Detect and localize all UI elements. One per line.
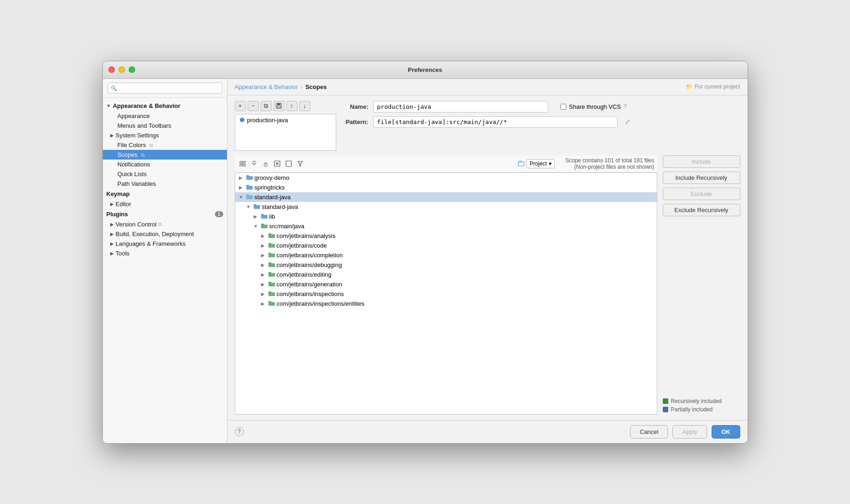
breadcrumb-current: Scopes (305, 83, 327, 90)
tree-flatten-btn[interactable] (238, 159, 248, 168)
tree-node-src-main-java[interactable]: ▼ src/main/java (235, 221, 657, 231)
tree-node-inspections[interactable]: ▶ com/jetbrains/inspections (235, 289, 657, 299)
pattern-input[interactable] (373, 116, 618, 128)
cancel-button[interactable]: Cancel (630, 425, 668, 439)
tree-expand-all-btn[interactable] (249, 159, 259, 168)
legend-partially-included: Partially included (663, 406, 740, 413)
project-dropdown[interactable]: Project ▾ (526, 159, 554, 168)
for-project-link[interactable]: 📁 For current project (686, 83, 740, 90)
sidebar-item-system-settings[interactable]: ▶ System Settings (103, 130, 227, 140)
tree-show-only-included-btn[interactable] (272, 159, 282, 168)
vcs-label: Share through VCS (569, 103, 621, 110)
collapse-arrow-icon: ▶ (254, 214, 259, 219)
tree-node-analysis[interactable]: ▶ com/jetbrains/analysis (235, 231, 657, 241)
sidebar-item-notifications[interactable]: Notifications (103, 160, 227, 169)
collapse-arrow-icon: ▶ (261, 262, 267, 267)
tree-show-not-included-btn[interactable] (284, 159, 294, 168)
expand-arrow-icon: ▼ (107, 103, 111, 108)
folder-icon (261, 213, 267, 219)
move-up-button[interactable]: ↑ (286, 101, 297, 111)
breadcrumb-parent[interactable]: Appearance & Behavior (235, 83, 298, 90)
expand-all-icon (251, 160, 257, 167)
tree-node-groovy-demo[interactable]: ▶ groovy-demo (235, 173, 657, 183)
folder-green-icon (268, 262, 275, 267)
folder-green-icon (268, 252, 275, 258)
sidebar-item-languages-frameworks[interactable]: ▶ Languages & Frameworks (103, 239, 227, 249)
add-scope-button[interactable]: + (235, 101, 246, 111)
sidebar-item-quick-lists[interactable]: Quick Lists (103, 169, 227, 179)
tree-node-code[interactable]: ▶ com/jetbrains/code (235, 241, 657, 250)
sidebar-item-path-variables[interactable]: Path Variables (103, 179, 227, 189)
tree-collapse-all-btn[interactable] (261, 159, 271, 168)
svg-rect-32 (268, 254, 275, 257)
sidebar-item-appearance[interactable]: Appearance (103, 111, 227, 121)
sidebar-item-editor[interactable]: ▶ Editor (103, 199, 227, 209)
sidebar-search-input[interactable] (107, 83, 222, 94)
tree-node-inspections-entities[interactable]: ▶ com/jetbrains/inspections/entities (235, 299, 657, 308)
breadcrumb: Appearance & Behavior › Scopes 📁 For cur… (227, 79, 748, 95)
ok-button[interactable]: OK (712, 425, 740, 439)
tree-node-lib[interactable]: ▶ lib (235, 212, 657, 221)
scope-editor: + − ⧉ ↑ ↓ production-ja (227, 95, 748, 420)
close-button[interactable] (108, 66, 115, 73)
window-controls (108, 66, 135, 73)
sidebar-item-keymap[interactable]: Keymap (103, 189, 227, 199)
sidebar-item-tools[interactable]: ▶ Tools (103, 249, 227, 258)
svg-marker-13 (298, 161, 303, 166)
sidebar-item-appearance-behavior[interactable]: ▼ Appearance & Behavior (103, 101, 227, 111)
sidebar-item-scopes[interactable]: Scopes ⧉ (103, 150, 227, 160)
tree-node-springtricks[interactable]: ▶ springtricks (235, 183, 657, 192)
exclude-button[interactable]: Exclude (663, 188, 740, 200)
tree-node-completion[interactable]: ▶ com/jetbrains/completion (235, 250, 657, 260)
tree-filter-btn[interactable] (295, 159, 305, 168)
tree-node-standard-java-root[interactable]: ▼ standard-java (235, 192, 657, 202)
include-button[interactable]: Include (663, 155, 740, 168)
maximize-button[interactable] (129, 66, 135, 73)
sidebar-item-menus-toolbars[interactable]: Menus and Toolbars (103, 121, 227, 130)
collapse-arrow-icon: ▶ (239, 175, 244, 180)
legend-recursively-included: Recursively included (663, 398, 740, 404)
sidebar: 🔍 ▼ Appearance & Behavior Appearance Men… (103, 79, 227, 443)
scope-list-item[interactable]: production-java (235, 114, 336, 126)
vcs-checkbox[interactable] (560, 104, 566, 110)
file-tree-container: Project ▾ Scope contains 101 of total 18… (235, 155, 657, 415)
svg-rect-29 (268, 233, 271, 235)
exclude-recursively-button[interactable]: Exclude Recursively (663, 204, 740, 216)
collapse-arrow-icon: ▶ (261, 243, 267, 248)
svg-rect-23 (254, 204, 256, 206)
tree-node-label: com/jetbrains/debugging (277, 261, 342, 268)
project-selector: Project ▾ (518, 159, 554, 168)
help-button[interactable]: ? (235, 427, 244, 436)
save-scope-button[interactable] (273, 101, 285, 111)
tree-node-generation[interactable]: ▶ com/jetbrains/generation (235, 279, 657, 289)
sidebar-item-plugins[interactable]: Plugins 1 (103, 209, 227, 219)
expand-pattern-icon[interactable]: ⤢ (625, 118, 630, 125)
apply-button[interactable]: Apply (672, 425, 707, 439)
tree-node-label: com/jetbrains/generation (277, 281, 342, 288)
sidebar-item-build-execution[interactable]: ▶ Build, Execution, Deployment (103, 229, 227, 239)
fields-area: Name: Share through VCS ? Pattern: ⤢ (342, 101, 740, 128)
sidebar-item-version-control[interactable]: ▶ Version Control ⧉ (103, 219, 227, 229)
tree-node-standard-java-child[interactable]: ▼ standard-java (235, 202, 657, 212)
include-recursively-button[interactable]: Include Recursively (663, 172, 740, 184)
tree-node-label: com/jetbrains/completion (277, 252, 343, 259)
tree-node-debugging[interactable]: ▶ com/jetbrains/debugging (235, 260, 657, 270)
right-panel: Appearance & Behavior › Scopes 📁 For cur… (227, 79, 748, 443)
expand-arrow-icon: ▶ (110, 251, 114, 256)
tree-node-editing[interactable]: ▶ com/jetbrains/editing (235, 270, 657, 279)
search-icon: 🔍 (111, 85, 117, 91)
svg-rect-27 (261, 224, 264, 225)
svg-rect-41 (268, 291, 271, 293)
sidebar-item-file-colors[interactable]: File Colors ⧉ (103, 140, 227, 150)
svg-rect-36 (268, 273, 275, 277)
collapse-arrow-icon: ▶ (261, 301, 267, 306)
minimize-button[interactable] (119, 66, 125, 73)
name-input[interactable] (373, 101, 548, 113)
main-content: 🔍 ▼ Appearance & Behavior Appearance Men… (103, 79, 748, 443)
svg-rect-33 (268, 253, 271, 254)
svg-rect-30 (268, 244, 275, 248)
move-down-button[interactable]: ↓ (299, 101, 310, 111)
remove-scope-button[interactable]: − (248, 101, 259, 111)
copy-scope-button[interactable]: ⧉ (261, 101, 272, 111)
expand-arrow-icon: ▼ (239, 195, 244, 200)
